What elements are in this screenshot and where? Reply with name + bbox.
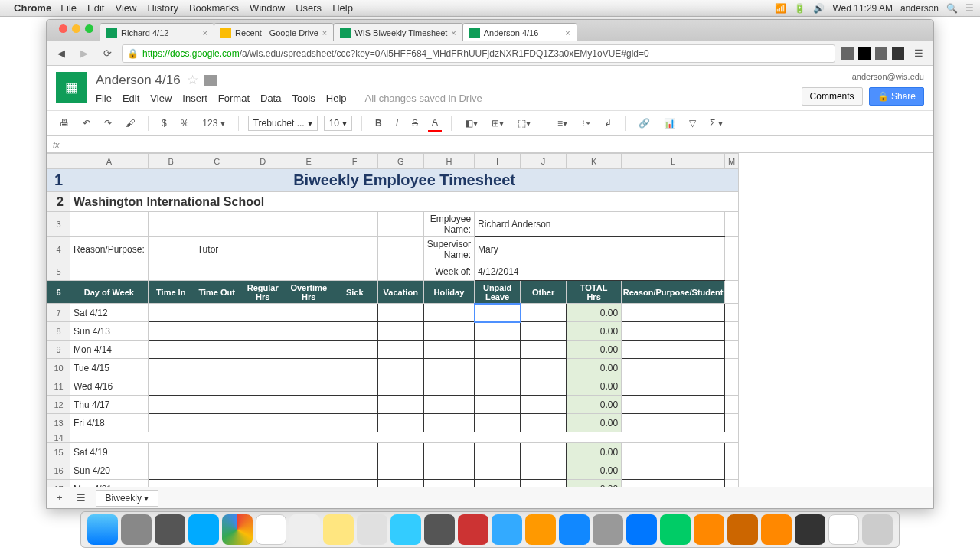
dock-app-chrome[interactable] — [222, 514, 253, 545]
data-cell[interactable] — [332, 304, 377, 322]
row-header[interactable]: 17 — [47, 480, 70, 487]
data-cell[interactable] — [521, 480, 567, 487]
reason-cell[interactable] — [622, 304, 725, 322]
dock-app-photobooth[interactable] — [458, 514, 488, 545]
data-cell[interactable] — [240, 396, 286, 414]
data-cell[interactable] — [332, 377, 377, 396]
comments-button[interactable]: Comments — [802, 87, 863, 106]
row-header[interactable]: 16 — [47, 461, 70, 480]
col-header[interactable]: M — [725, 154, 739, 169]
data-cell[interactable] — [332, 480, 377, 487]
data-cell[interactable] — [423, 359, 474, 377]
redo-button[interactable]: ↷ — [100, 116, 116, 131]
browser-tab[interactable]: WIS Biweekly Timesheet× — [333, 23, 462, 41]
col-header[interactable]: G — [377, 154, 423, 169]
reason-cell[interactable] — [622, 322, 725, 341]
data-cell[interactable] — [286, 414, 332, 432]
data-cell[interactable] — [521, 322, 567, 341]
halign-button[interactable]: ≡▾ — [554, 116, 571, 131]
data-cell[interactable] — [194, 341, 240, 359]
total-cell[interactable]: 0.00 — [567, 341, 622, 359]
day-cell[interactable]: Wed 4/16 — [70, 377, 149, 396]
col-header[interactable]: F — [332, 154, 377, 169]
data-cell[interactable] — [332, 414, 377, 432]
total-cell[interactable]: 0.00 — [567, 480, 622, 487]
ext-icon[interactable] — [841, 47, 854, 60]
reason-cell[interactable] — [622, 396, 725, 414]
close-tab-icon[interactable]: × — [565, 28, 570, 37]
battery-icon[interactable]: 🔋 — [794, 3, 805, 14]
row-header[interactable]: 1 — [47, 169, 70, 192]
menu-window[interactable]: Window — [250, 2, 285, 14]
data-cell[interactable] — [377, 461, 423, 480]
close-window-button[interactable] — [59, 24, 67, 33]
docs-menu-data[interactable]: Data — [260, 93, 281, 104]
dock-app-launchpad[interactable] — [121, 514, 152, 545]
docs-menu-format[interactable]: Format — [218, 93, 250, 104]
data-cell[interactable] — [240, 341, 286, 359]
data-cell[interactable] — [475, 443, 521, 461]
dock-app-itunes[interactable] — [492, 514, 522, 545]
total-cell[interactable]: 0.00 — [567, 322, 622, 341]
dock-app-garageband[interactable] — [761, 514, 792, 545]
dock-app-iphoto[interactable] — [727, 514, 758, 545]
total-cell[interactable]: 0.00 — [567, 377, 622, 396]
total-cell[interactable]: 0.00 — [567, 414, 622, 432]
valign-button[interactable]: ⫶▾ — [577, 116, 594, 131]
dock-app-finder[interactable] — [87, 514, 118, 545]
text-color-button[interactable]: A — [428, 115, 442, 132]
menu-help[interactable]: Help — [332, 2, 353, 14]
data-cell[interactable] — [148, 461, 194, 480]
row-header[interactable]: 11 — [47, 377, 70, 396]
dock-app-keynote[interactable] — [626, 514, 657, 545]
dock-app-reminders[interactable] — [289, 514, 320, 545]
ext-icon[interactable] — [892, 47, 904, 60]
dock-app-ibooks[interactable] — [525, 514, 556, 545]
data-cell[interactable] — [377, 322, 423, 341]
data-cell[interactable] — [194, 322, 240, 341]
minimize-window-button[interactable] — [72, 24, 80, 33]
data-cell[interactable] — [423, 341, 474, 359]
dock-app-notes[interactable] — [323, 514, 354, 545]
day-cell[interactable]: Thu 4/17 — [70, 396, 149, 414]
row-header[interactable]: 5 — [47, 262, 70, 281]
data-cell[interactable] — [148, 396, 194, 414]
data-cell[interactable] — [286, 377, 332, 396]
reason-value[interactable]: Tutor — [194, 237, 332, 262]
wifi-icon[interactable]: 📶 — [775, 3, 786, 14]
data-cell[interactable] — [286, 480, 332, 487]
volume-icon[interactable]: 🔊 — [813, 3, 825, 14]
data-cell[interactable] — [521, 377, 567, 396]
day-cell[interactable]: Tue 4/15 — [70, 359, 149, 377]
print-button[interactable]: 🖶 — [56, 116, 73, 131]
row-header[interactable]: 4 — [47, 237, 70, 262]
undo-button[interactable]: ↶ — [79, 116, 94, 131]
wrap-button[interactable]: ↲ — [600, 116, 616, 131]
employee-value[interactable]: Richard Anderson — [475, 212, 725, 237]
sheet-tab[interactable]: Biweekly ▾ — [96, 490, 159, 507]
dock-app-pages[interactable] — [694, 514, 724, 545]
menu-history[interactable]: History — [147, 2, 178, 14]
data-cell[interactable] — [377, 414, 423, 432]
data-cell[interactable] — [475, 341, 521, 359]
row-header[interactable]: 15 — [47, 443, 70, 461]
browser-tab[interactable]: Recent - Google Drive× — [214, 23, 334, 41]
data-cell[interactable] — [286, 443, 332, 461]
col-header[interactable]: A — [70, 154, 149, 169]
dock-app-mission[interactable] — [155, 514, 185, 545]
star-icon[interactable]: ☆ — [187, 72, 198, 88]
day-cell[interactable]: Sat 4/19 — [70, 443, 149, 461]
clock[interactable]: Wed 11:29 AM — [832, 3, 893, 14]
filter-button[interactable]: ▽ — [685, 116, 700, 131]
dock-app-facetime[interactable] — [424, 514, 455, 545]
data-cell[interactable] — [148, 322, 194, 341]
dock-app-messages[interactable] — [390, 514, 421, 545]
reason-cell[interactable] — [622, 461, 725, 480]
data-cell[interactable] — [286, 304, 332, 322]
ext-icon[interactable] — [858, 47, 871, 60]
data-cell[interactable] — [423, 322, 474, 341]
italic-button[interactable]: I — [392, 116, 402, 131]
col-header[interactable]: L — [622, 154, 725, 169]
document-title[interactable]: Anderson 4/16 — [96, 73, 181, 88]
docs-menu-edit[interactable]: Edit — [122, 93, 139, 104]
